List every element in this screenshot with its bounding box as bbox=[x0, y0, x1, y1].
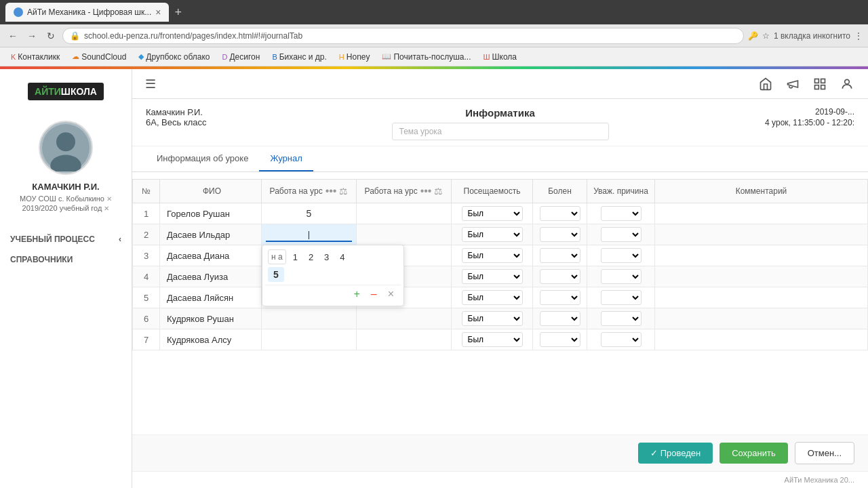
bookmark-school[interactable]: Ш Школа bbox=[477, 51, 522, 63]
reason-select[interactable] bbox=[601, 290, 642, 305]
sick-select[interactable] bbox=[540, 332, 580, 347]
sick-select[interactable] bbox=[540, 248, 580, 263]
cell-sick[interactable] bbox=[533, 203, 587, 224]
cell-reason[interactable] bbox=[587, 287, 655, 308]
refresh-button[interactable]: ↻ bbox=[43, 28, 58, 43]
col-header-sick: Болен bbox=[533, 180, 587, 203]
tab-journal[interactable]: Журнал bbox=[259, 146, 313, 171]
grade-plus-button[interactable]: + bbox=[349, 287, 363, 302]
attend-select[interactable]: БылНе был bbox=[462, 227, 523, 242]
bookmark-honey[interactable]: H Honey bbox=[334, 51, 376, 63]
grade-clear-button[interactable]: × bbox=[384, 287, 398, 302]
sick-select[interactable] bbox=[540, 227, 580, 242]
reason-select[interactable] bbox=[601, 332, 642, 347]
grade-option-4[interactable]: 4 bbox=[336, 250, 349, 264]
save-button[interactable]: Сохранить bbox=[719, 443, 788, 464]
cell-reason[interactable] bbox=[587, 329, 655, 350]
hamburger-menu[interactable]: ☰ bbox=[142, 74, 159, 94]
cell-work1-active[interactable]: | н а 1 2 3 4 bbox=[262, 224, 357, 245]
sick-select[interactable] bbox=[540, 311, 580, 326]
grade-option-na[interactable]: н а bbox=[268, 249, 286, 264]
cell-sick[interactable] bbox=[533, 245, 587, 266]
cell-attend[interactable]: БылНе был bbox=[452, 266, 533, 287]
cell-attend[interactable]: БылНе был bbox=[452, 287, 533, 308]
cell-attend[interactable]: БылНе был bbox=[452, 203, 533, 224]
address-bar[interactable]: 🔒 school.edu-penza.ru/frontend/pages/ind… bbox=[62, 28, 744, 44]
reason-select[interactable] bbox=[601, 248, 642, 263]
reason-select[interactable] bbox=[601, 206, 642, 221]
sick-select[interactable] bbox=[540, 269, 580, 284]
attend-select[interactable]: БылНе был bbox=[462, 332, 523, 347]
cell-sick[interactable] bbox=[533, 308, 587, 329]
cell-attend[interactable]: БылНе был bbox=[452, 245, 533, 266]
grade-option-3[interactable]: 3 bbox=[320, 250, 333, 264]
grade-option-2[interactable]: 2 bbox=[304, 250, 317, 264]
cell-attend[interactable]: БылНе был bbox=[452, 329, 533, 350]
cell-work2[interactable] bbox=[357, 203, 452, 224]
cell-work2[interactable] bbox=[357, 329, 452, 350]
bookmark-soundcloud[interactable]: ☁ SoundCloud bbox=[66, 51, 132, 63]
megaphone-icon[interactable] bbox=[782, 73, 804, 95]
sick-select[interactable] bbox=[540, 206, 580, 221]
cell-work2[interactable] bbox=[357, 224, 452, 245]
cell-attend[interactable]: БылНе был bbox=[452, 308, 533, 329]
cell-reason[interactable] bbox=[587, 266, 655, 287]
cell-attend[interactable]: БылНе был bbox=[452, 224, 533, 245]
grid-icon[interactable] bbox=[809, 73, 831, 95]
forward-button[interactable]: → bbox=[24, 28, 39, 43]
sidebar-item-spravochniki[interactable]: СПРАВОЧНИКИ bbox=[0, 249, 132, 270]
work2-balance-icon[interactable]: ⚖ bbox=[434, 186, 443, 197]
user-icon[interactable] bbox=[836, 73, 858, 95]
work1-dots-icon[interactable]: ••• bbox=[326, 185, 337, 197]
cell-sick[interactable] bbox=[533, 287, 587, 308]
journal-table-container[interactable]: № ФИО Работа на урс ••• ⚖ Работа на урс bbox=[132, 172, 868, 434]
cell-reason[interactable] bbox=[587, 203, 655, 224]
cell-sick[interactable] bbox=[533, 266, 587, 287]
home-icon[interactable] bbox=[755, 73, 776, 95]
attend-select[interactable]: БылНе был bbox=[462, 290, 523, 305]
grade-option-5[interactable]: 5 bbox=[268, 267, 284, 282]
attend-select[interactable]: БылНе был bbox=[462, 311, 523, 326]
lesson-subject: Информатика bbox=[465, 107, 535, 119]
cell-reason[interactable] bbox=[587, 245, 655, 266]
reason-select[interactable] bbox=[601, 269, 642, 284]
school-close[interactable]: ✕ bbox=[106, 195, 112, 203]
new-tab-button[interactable]: + bbox=[172, 5, 184, 20]
tab-lesson-info[interactable]: Информация об уроке bbox=[146, 146, 259, 171]
grade-option-1[interactable]: 1 bbox=[289, 250, 302, 264]
sidebar-item-uchebny[interactable]: УЧЕБНЫЙ ПРОЦЕСС ‹ bbox=[0, 229, 132, 249]
cell-reason[interactable] bbox=[587, 224, 655, 245]
reason-select[interactable] bbox=[601, 311, 642, 326]
bookmark-dropbox[interactable]: ◆ Друпбокс облако bbox=[133, 51, 215, 63]
back-button[interactable]: ← bbox=[5, 28, 20, 43]
star-icon[interactable]: ☆ bbox=[762, 31, 770, 41]
bookmark-label: Десигон bbox=[229, 52, 260, 62]
year-close[interactable]: ✕ bbox=[104, 205, 109, 212]
tab-close[interactable]: × bbox=[155, 7, 161, 18]
cell-work1[interactable] bbox=[262, 329, 357, 350]
cancel-button[interactable]: Отмен... bbox=[795, 442, 854, 464]
attend-select[interactable]: БылНе был bbox=[462, 206, 523, 221]
reason-select[interactable] bbox=[601, 227, 642, 242]
cell-sick[interactable] bbox=[533, 224, 587, 245]
sick-select[interactable] bbox=[540, 290, 580, 305]
grade-minus-button[interactable]: – bbox=[367, 287, 381, 302]
conducted-button[interactable]: ✓ Проведен bbox=[638, 443, 713, 464]
work2-dots-icon[interactable]: ••• bbox=[420, 185, 432, 197]
attend-select[interactable]: БылНе был bbox=[462, 248, 523, 263]
bookmark-read[interactable]: 📖 Почитать-послушa... bbox=[376, 51, 476, 63]
bookmark-desigon[interactable]: D Десигон bbox=[217, 51, 266, 63]
cell-work2[interactable] bbox=[357, 308, 452, 329]
browser-tab[interactable]: АйТи Механика - Цифровая шк... × bbox=[5, 3, 169, 22]
bookmark-kontaklikk[interactable]: K Контакликк bbox=[5, 51, 65, 63]
grade-input[interactable]: | bbox=[266, 228, 352, 242]
cell-work1[interactable]: 5 bbox=[262, 203, 357, 224]
cell-work1[interactable] bbox=[262, 308, 357, 329]
cell-reason[interactable] bbox=[587, 308, 655, 329]
attend-select[interactable]: БылНе был bbox=[462, 269, 523, 284]
work1-balance-icon[interactable]: ⚖ bbox=[339, 186, 348, 197]
cell-sick[interactable] bbox=[533, 329, 587, 350]
menu-icon[interactable]: ⋮ bbox=[854, 31, 863, 41]
lesson-topic-input[interactable]: Тема урока bbox=[392, 123, 609, 140]
bookmark-behance[interactable]: B Биханс и др. bbox=[267, 51, 332, 63]
